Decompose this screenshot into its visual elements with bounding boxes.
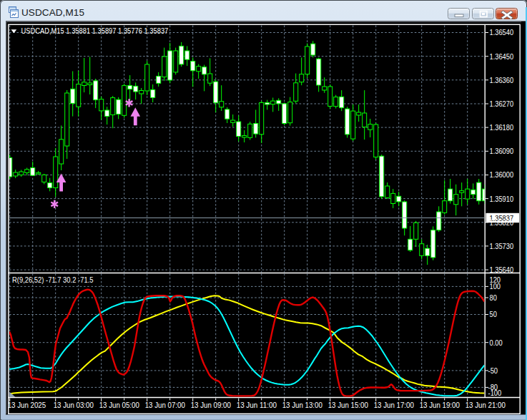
svg-text:13 Jun 21:00: 13 Jun 21:00: [466, 401, 506, 409]
svg-text:1.36360: 1.36360: [490, 76, 514, 84]
svg-text:0.00: 0.00: [490, 338, 503, 347]
svg-text:13 Jun 13:00: 13 Jun 13:00: [282, 401, 322, 409]
svg-text:1.36540: 1.36540: [490, 28, 514, 36]
svg-text:1.36000: 1.36000: [490, 170, 514, 179]
svg-text:R(9,26,52) -71.7 30.2 -71.5: R(9,26,52) -71.7 30.2 -71.5: [12, 275, 94, 284]
svg-text:80: 80: [490, 293, 497, 302]
svg-text:-50: -50: [488, 366, 498, 375]
svg-text:13 Jun 15:00: 13 Jun 15:00: [328, 401, 368, 409]
svg-text:13 Jun 11:00: 13 Jun 11:00: [237, 401, 277, 409]
svg-text:1.36180: 1.36180: [490, 123, 514, 132]
svg-text:1.35640: 1.35640: [490, 265, 514, 274]
svg-text:1.36090: 1.36090: [490, 147, 514, 155]
svg-text:13 Jun 07:00: 13 Jun 07:00: [145, 401, 185, 409]
svg-text:-100: -100: [488, 389, 502, 397]
svg-text:1.35820: 1.35820: [490, 218, 514, 227]
svg-text:1.36450: 1.36450: [490, 52, 514, 61]
svg-text:13 Jun 17:00: 13 Jun 17:00: [374, 401, 414, 409]
svg-text:13 Jun 09:00: 13 Jun 09:00: [191, 401, 231, 409]
svg-text:13 Jun 19:00: 13 Jun 19:00: [420, 401, 460, 409]
svg-text:13 Jun 03:00: 13 Jun 03:00: [54, 401, 94, 409]
svg-text:100: 100: [490, 282, 501, 290]
svg-text:1.36270: 1.36270: [490, 99, 514, 108]
svg-text:1.35730: 1.35730: [490, 242, 514, 250]
svg-text:1.35910: 1.35910: [490, 195, 514, 203]
svg-text:13 Jun 2025: 13 Jun 2025: [8, 401, 46, 409]
svg-text:USDCAD,M15 1.35881 1.35897 1.3: USDCAD,M15 1.35881 1.35897 1.35776 1.358…: [21, 26, 169, 35]
svg-text:13 Jun 05:00: 13 Jun 05:00: [99, 401, 139, 409]
svg-text:50: 50: [490, 310, 497, 318]
